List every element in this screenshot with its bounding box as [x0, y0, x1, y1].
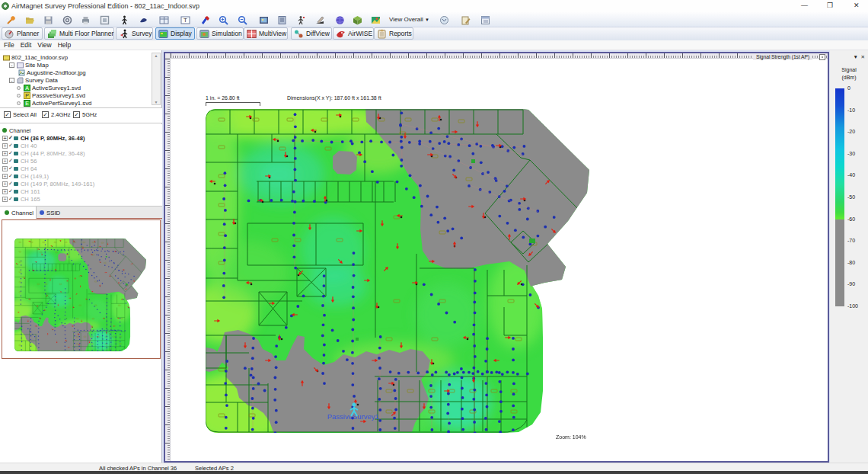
svg-text:E: E	[25, 101, 29, 106]
svg-text:A: A	[25, 85, 29, 91]
svg-text:P: P	[25, 93, 29, 98]
svg-text:T: T	[183, 17, 187, 24]
